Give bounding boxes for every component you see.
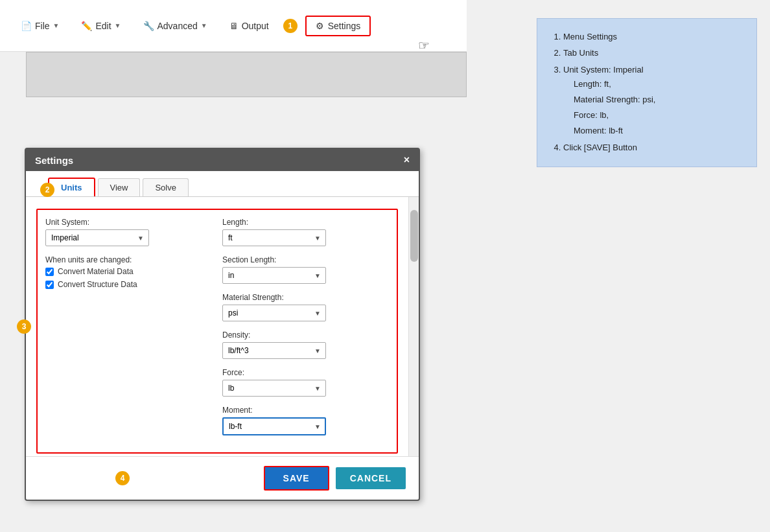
length-select[interactable]: ft m in <box>222 229 326 246</box>
when-changed-group: When units are changed: Convert Material… <box>45 255 212 289</box>
file-icon: 📄 <box>21 21 32 31</box>
convert-structure-label: Convert Structure Data <box>58 280 137 289</box>
settings-dialog: Settings × 2 Units View Solve 3 Unit Sys… <box>25 148 420 501</box>
info-panel: Menu Settings Tab Units Unit System: Imp… <box>537 18 757 167</box>
force-select-wrapper: lb N kN ▼ <box>222 380 326 397</box>
moment-label: Moment: <box>222 406 389 415</box>
advanced-icon: 🔧 <box>143 21 154 31</box>
unit-system-select-wrapper: Imperial Metric ▼ <box>45 229 149 246</box>
dialog-close-button[interactable]: × <box>404 154 410 166</box>
info-sub-moment: Moment: lb-ft <box>574 124 743 138</box>
scrollbar-track[interactable] <box>408 197 419 456</box>
output-icon: 🖥 <box>229 21 239 31</box>
moment-group: Moment: lb-ft N-m kN-m ▼ <box>222 406 389 435</box>
badge-3: 3 <box>17 319 31 334</box>
badge-2: 2 <box>40 183 54 197</box>
density-select-wrapper: lb/ft^3 kg/m^3 ▼ <box>222 342 326 359</box>
content-area <box>26 52 467 97</box>
settings-button[interactable]: ⚙ Settings <box>305 16 371 36</box>
output-menu[interactable]: 🖥 Output <box>222 17 277 35</box>
length-label: Length: <box>222 218 389 227</box>
material-strength-select[interactable]: psi kPa MPa <box>222 305 326 321</box>
cursor-icon: ☞ <box>418 38 430 53</box>
tabs-wrapper: 2 Units <box>48 178 95 196</box>
badge-1: 1 <box>283 19 298 33</box>
section-length-group: Section Length: in mm cm ▼ <box>222 255 389 284</box>
content-box: Unit System: Imperial Metric ▼ When unit… <box>36 209 398 454</box>
convert-structure-item: Convert Structure Data <box>45 280 212 289</box>
moment-select-wrapper: lb-ft N-m kN-m ▼ <box>222 417 326 435</box>
tab-view[interactable]: View <box>98 178 141 196</box>
file-menu[interactable]: 📄 File ▼ <box>13 17 67 35</box>
edit-menu[interactable]: ✏️ Edit ▼ <box>73 17 128 35</box>
left-column: Unit System: Imperial Metric ▼ When unit… <box>45 218 212 445</box>
tabs-row: 2 Units View Solve <box>26 171 419 197</box>
info-item-4: Click [SAVE] Button <box>563 140 743 155</box>
right-column: Length: ft m in ▼ Section <box>222 218 389 445</box>
when-changed-label: When units are changed: <box>45 255 212 264</box>
info-sub-list: Length: ft, Material Strength: psi, Forc… <box>563 77 743 138</box>
section-length-select[interactable]: in mm cm <box>222 267 326 284</box>
info-item-1: Menu Settings <box>563 29 743 44</box>
section-length-label: Section Length: <box>222 255 389 264</box>
material-strength-group: Material Strength: psi kPa MPa ▼ <box>222 293 389 321</box>
scrollbar-thumb[interactable] <box>410 210 418 262</box>
dialog-body: 3 Unit System: Imperial Metric <box>26 197 419 456</box>
info-list: Menu Settings Tab Units Unit System: Imp… <box>550 29 743 155</box>
advanced-chevron: ▼ <box>201 22 207 29</box>
tab-solve[interactable]: Solve <box>143 178 189 196</box>
dialog-header: Settings × <box>26 149 419 171</box>
force-label: Force: <box>222 368 389 377</box>
menu-bar: 📄 File ▼ ✏️ Edit ▼ 🔧 Advanced ▼ 🖥 Output… <box>0 0 467 52</box>
badge-4: 4 <box>115 471 130 485</box>
info-item-3: Unit System: Imperial Length: ft, Materi… <box>563 62 743 139</box>
info-sub-force: Force: lb, <box>574 108 743 122</box>
length-group: Length: ft m in ▼ <box>222 218 389 246</box>
file-label: File <box>35 21 50 31</box>
output-label: Output <box>242 21 269 31</box>
settings-label: Settings <box>328 21 361 31</box>
info-sub-length: Length: ft, <box>574 77 743 91</box>
unit-system-group: Unit System: Imperial Metric ▼ <box>45 218 212 246</box>
advanced-menu[interactable]: 🔧 Advanced ▼ <box>135 17 215 35</box>
info-sub-material: Material Strength: psi, <box>574 93 743 107</box>
density-label: Density: <box>222 330 389 340</box>
force-group: Force: lb N kN ▼ <box>222 368 389 397</box>
density-group: Density: lb/ft^3 kg/m^3 ▼ <box>222 330 389 359</box>
edit-label: Edit <box>95 21 111 31</box>
edit-icon: ✏️ <box>81 21 92 31</box>
material-strength-label: Material Strength: <box>222 293 389 302</box>
convert-material-checkbox[interactable] <box>45 268 54 276</box>
convert-material-item: Convert Material Data <box>45 267 212 276</box>
convert-material-label: Convert Material Data <box>58 267 134 276</box>
cancel-button[interactable]: CANCEL <box>336 467 406 489</box>
info-item-2: Tab Units <box>563 45 743 60</box>
two-col-top: Unit System: Imperial Metric ▼ When unit… <box>45 218 389 445</box>
length-select-wrapper: ft m in ▼ <box>222 229 326 246</box>
force-select[interactable]: lb N kN <box>222 380 326 397</box>
file-chevron: ▼ <box>53 22 60 29</box>
dialog-title: Settings <box>35 155 73 166</box>
unit-system-select[interactable]: Imperial Metric <box>45 229 149 246</box>
save-button[interactable]: SAVE <box>264 466 329 491</box>
dialog-footer: 4 SAVE CANCEL <box>26 456 419 500</box>
material-strength-select-wrapper: psi kPa MPa ▼ <box>222 305 326 321</box>
section-length-select-wrapper: in mm cm ▼ <box>222 267 326 284</box>
density-select[interactable]: lb/ft^3 kg/m^3 <box>222 342 326 359</box>
advanced-label: Advanced <box>158 21 198 31</box>
edit-chevron: ▼ <box>115 22 121 29</box>
moment-select[interactable]: lb-ft N-m kN-m <box>222 417 326 435</box>
tab-units[interactable]: Units <box>48 178 95 196</box>
unit-system-label: Unit System: <box>45 218 212 227</box>
left-panel: Unit System: Imperial Metric ▼ When unit… <box>26 197 408 456</box>
convert-structure-checkbox[interactable] <box>45 281 54 289</box>
settings-icon: ⚙ <box>316 21 324 31</box>
